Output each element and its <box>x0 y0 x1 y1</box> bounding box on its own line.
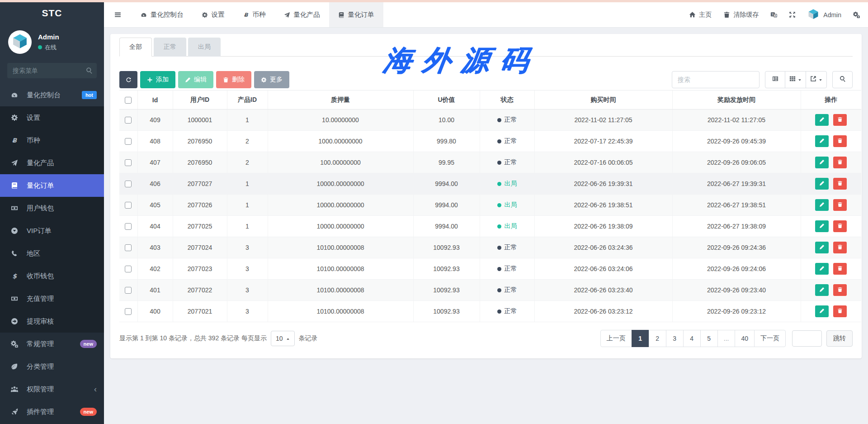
row-checkbox[interactable] <box>125 244 132 251</box>
sidebar-item-收币钱包[interactable]: $收币钱包 <box>0 265 104 287</box>
nav-tab-量化订单[interactable]: 量化订单 <box>329 2 383 27</box>
nav-tab-设置[interactable]: 设置 <box>193 2 234 27</box>
sidebar-item-量化产品[interactable]: 量化产品 <box>0 152 104 174</box>
column-header[interactable]: 操作 <box>801 91 861 110</box>
column-header[interactable]: U价值 <box>413 91 480 110</box>
nav-tab-量化产品[interactable]: 量化产品 <box>275 2 329 27</box>
page-button-1[interactable]: 1 <box>632 330 649 347</box>
row-delete-button[interactable] <box>833 305 847 317</box>
row-checkbox[interactable] <box>125 138 132 145</box>
search-button[interactable] <box>832 71 853 88</box>
row-checkbox[interactable] <box>125 287 132 294</box>
language-icon[interactable]: 文A <box>770 11 777 18</box>
sidebar-item-量化订单[interactable]: 量化订单 <box>0 174 104 197</box>
row-delete-button[interactable] <box>833 242 847 253</box>
sidebar-item-权限管理[interactable]: 权限管理‹ <box>0 378 104 400</box>
page-jump-button[interactable]: 跳转 <box>826 330 853 347</box>
cell-u-value: 10.00 <box>413 110 480 131</box>
select-all-checkbox[interactable] <box>125 97 132 104</box>
home-link[interactable]: 主页 <box>689 11 712 19</box>
row-edit-button[interactable] <box>815 178 829 190</box>
filter-tab-正常[interactable]: 正常 <box>154 38 186 57</box>
detail-view-button[interactable] <box>765 71 785 88</box>
row-edit-button[interactable] <box>815 284 829 296</box>
user-menu[interactable]: Admin <box>807 9 841 21</box>
column-header[interactable]: 产品ID <box>227 91 268 110</box>
filter-tab-出局[interactable]: 出局 <box>188 38 221 57</box>
sidebar-item-用户钱包[interactable]: 用户钱包 <box>0 197 104 219</box>
row-delete-button[interactable] <box>833 199 847 211</box>
settings-icon[interactable] <box>853 11 860 18</box>
row-checkbox[interactable] <box>125 308 132 315</box>
page-button-5[interactable]: 5 <box>700 330 718 347</box>
more-button[interactable]: 更多 <box>254 71 289 88</box>
fullscreen-icon[interactable] <box>789 11 796 18</box>
row-delete-button[interactable] <box>833 284 847 296</box>
page-button-40[interactable]: 40 <box>735 330 755 347</box>
row-delete-button[interactable] <box>833 178 847 190</box>
row-checkbox[interactable] <box>125 181 132 187</box>
row-edit-button[interactable] <box>815 199 829 211</box>
filter-tab-全部[interactable]: 全部 <box>119 38 152 57</box>
sidebar-item-常规管理[interactable]: 常规管理new <box>0 333 104 355</box>
page-button-3[interactable]: 3 <box>666 330 684 347</box>
page-button-4[interactable]: 4 <box>683 330 701 347</box>
row-delete-button[interactable] <box>833 157 847 168</box>
cell-user-id: 2077021 <box>173 301 227 322</box>
sidebar-item-提现审核[interactable]: 提现审核 <box>0 310 104 333</box>
row-delete-button[interactable] <box>833 263 847 275</box>
cell-user-id: 2077027 <box>173 173 227 195</box>
column-header[interactable]: 用户ID <box>173 91 227 110</box>
sidebar-item-充值管理[interactable]: 充值管理 <box>0 287 104 310</box>
row-delete-button[interactable] <box>833 135 847 147</box>
status-badge: 正常 <box>480 152 534 173</box>
next-page-button[interactable]: 下一页 <box>754 330 786 347</box>
columns-button[interactable] <box>785 71 806 88</box>
pencil-icon <box>819 117 825 124</box>
row-edit-button[interactable] <box>815 135 829 147</box>
row-checkbox[interactable] <box>125 159 132 166</box>
sidebar-item-量化控制台[interactable]: 量化控制台hot <box>0 84 104 106</box>
page-jump-input[interactable] <box>792 330 822 347</box>
sidebar-item-VIP订单[interactable]: VIP订单 <box>0 219 104 242</box>
row-edit-button[interactable] <box>815 305 829 317</box>
prev-page-button[interactable]: 上一页 <box>600 330 632 347</box>
row-checkbox[interactable] <box>125 266 132 272</box>
page-button-2[interactable]: 2 <box>649 330 666 347</box>
row-checkbox[interactable] <box>125 117 132 124</box>
refresh-button[interactable] <box>119 71 137 88</box>
column-header[interactable]: 购买时间 <box>534 91 672 110</box>
delete-button[interactable]: 删除 <box>216 71 251 88</box>
column-header[interactable]: Id <box>137 91 173 110</box>
sidebar-item-插件管理[interactable]: 插件管理new <box>0 400 104 423</box>
sidebar-item-地区[interactable]: 地区 <box>0 242 104 265</box>
menu-toggle-icon[interactable] <box>114 11 122 19</box>
row-checkbox[interactable] <box>125 202 132 209</box>
row-edit-button[interactable] <box>815 242 829 253</box>
row-edit-button[interactable] <box>815 263 829 275</box>
table-search-input[interactable] <box>672 71 760 88</box>
row-edit-button[interactable] <box>815 114 829 126</box>
page-button-...[interactable]: ... <box>717 330 736 347</box>
row-edit-button[interactable] <box>815 157 829 168</box>
column-header[interactable]: 状态 <box>480 91 534 110</box>
row-checkbox[interactable] <box>125 223 132 230</box>
edit-button[interactable]: 编辑 <box>178 71 213 88</box>
clear-cache-link[interactable]: 清除缓存 <box>723 11 759 19</box>
row-delete-button[interactable] <box>833 114 847 126</box>
column-header[interactable]: 质押量 <box>268 91 413 110</box>
export-button[interactable] <box>806 71 827 88</box>
column-header[interactable]: 奖励发放时间 <box>672 91 801 110</box>
sidebar-item-设置[interactable]: 设置 <box>0 106 104 129</box>
row-edit-button[interactable] <box>815 220 829 232</box>
sidebar-item-分类管理[interactable]: 分类管理 <box>0 355 104 378</box>
page-size-select[interactable]: 10 <box>271 331 295 346</box>
sidebar-item-币种[interactable]: Ƀ币种 <box>0 129 104 152</box>
nav-tab-量化控制台[interactable]: 量化控制台 <box>132 2 193 27</box>
avatar[interactable] <box>8 30 32 54</box>
sidebar-search-input[interactable] <box>7 63 97 78</box>
cell-buy-time: 2022-06-26 03:24:36 <box>534 237 672 258</box>
add-button[interactable]: 添加 <box>140 71 175 88</box>
nav-tab-币种[interactable]: Ƀ币种 <box>234 2 275 27</box>
row-delete-button[interactable] <box>833 220 847 232</box>
